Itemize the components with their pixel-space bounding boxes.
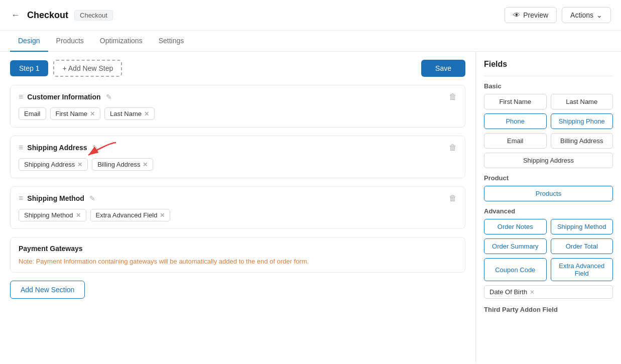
basic-label: Basic <box>484 82 613 90</box>
step-1-button[interactable]: Step 1 <box>10 60 48 76</box>
field-tag-date-of-birth: Date Of Birth ✕ <box>484 285 613 299</box>
tab-settings[interactable]: Settings <box>151 31 192 52</box>
field-shipping-address: Shipping Address ✕ <box>19 158 88 171</box>
field-btn-email[interactable]: Email <box>484 133 547 149</box>
edit-icon[interactable]: ✎ <box>106 93 112 101</box>
tab-design[interactable]: Design <box>10 31 48 52</box>
step-bar: Step 1 + Add New Step Save <box>10 60 465 77</box>
field-btn-coupon-code[interactable]: Coupon Code <box>484 258 547 281</box>
header: ← Checkout Checkout 👁 Preview Actions ⌄ <box>0 0 621 31</box>
field-btn-shipping-method-panel[interactable]: Shipping Method <box>551 219 613 234</box>
remove-extra-advanced[interactable]: ✕ <box>160 212 165 219</box>
remove-last-name[interactable]: ✕ <box>144 110 149 117</box>
preview-button[interactable]: 👁 Preview <box>505 7 557 23</box>
field-btn-last-name[interactable]: Last Name <box>551 94 613 109</box>
remove-billing-address[interactable]: ✕ <box>143 161 148 168</box>
field-btn-order-notes[interactable]: Order Notes <box>484 219 547 234</box>
remove-shipping-address[interactable]: ✕ <box>77 161 82 168</box>
page-title: Checkout <box>27 10 68 21</box>
basic-fields-grid: First Name Last Name Phone Shipping Phon… <box>484 94 613 168</box>
section-title: Shipping Method <box>27 194 84 202</box>
field-shipping-method: Shipping Method ✕ <box>19 209 86 221</box>
field-btn-products[interactable]: Products <box>484 186 613 201</box>
third-party-label: Third Party Addon Field <box>484 306 613 313</box>
header-badge: Checkout <box>74 10 113 21</box>
section-fields: Shipping Address ✕ Billing Address ✕ <box>19 158 457 171</box>
section-fields: Shipping Method ✕ Extra Advanced Field ✕ <box>19 209 457 221</box>
save-button[interactable]: Save <box>421 60 465 77</box>
delete-icon[interactable]: 🗑 <box>449 194 457 203</box>
remove-date-of-birth[interactable]: ✕ <box>530 289 535 296</box>
edit-icon[interactable]: ✎ <box>89 194 95 202</box>
payment-title: Payment Gateways <box>19 245 457 253</box>
fields-panel-title: Fields <box>484 60 613 69</box>
remove-first-name[interactable]: ✕ <box>90 110 95 117</box>
field-extra-advanced: Extra Advanced Field ✕ <box>90 209 171 221</box>
section-header: ≡ Customer Information ✎ 🗑 <box>19 92 457 101</box>
chevron-down-icon: ⌄ <box>596 11 602 19</box>
left-panel: Step 1 + Add New Step Save ≡ Customer In… <box>0 52 475 363</box>
delete-icon[interactable]: 🗑 <box>449 92 457 101</box>
field-btn-phone[interactable]: Phone <box>484 113 547 129</box>
field-btn-billing-address[interactable]: Billing Address <box>551 133 613 149</box>
field-first-name: First Name ✕ <box>50 107 101 120</box>
drag-icon[interactable]: ≡ <box>19 194 23 203</box>
back-button[interactable]: ← <box>10 10 21 21</box>
eye-icon: 👁 <box>513 11 520 19</box>
date-of-birth-container: Date Of Birth ✕ <box>484 285 613 299</box>
section-title: Customer Information <box>27 93 100 101</box>
field-btn-shipping-phone[interactable]: Shipping Phone <box>551 113 613 129</box>
advanced-fields-grid: Order Notes Shipping Method Order Summar… <box>484 219 613 281</box>
section-title: Shipping Address <box>27 144 87 152</box>
divider <box>484 76 613 76</box>
tabs: Design Products Optimizations Settings <box>0 31 621 52</box>
product-label: Product <box>484 174 613 182</box>
tab-optimizations[interactable]: Optimizations <box>92 31 151 52</box>
edit-icon[interactable]: ✎ <box>92 144 98 152</box>
field-btn-extra-advanced-panel[interactable]: Extra Advanced Field <box>551 258 613 281</box>
tab-products[interactable]: Products <box>48 31 92 52</box>
main-content: Step 1 + Add New Step Save ≡ Customer In… <box>0 52 621 363</box>
field-email: Email <box>19 107 46 120</box>
section-header: ≡ Shipping Address ✎ 🗑 <box>19 143 457 152</box>
add-step-button[interactable]: + Add New Step <box>53 60 122 77</box>
advanced-label: Advanced <box>484 207 613 215</box>
product-fields-grid: Products <box>484 186 613 201</box>
payment-gateways-section: Payment Gateways Note: Payment Informati… <box>10 237 465 273</box>
drag-icon[interactable]: ≡ <box>19 92 23 101</box>
section-customer-information: ≡ Customer Information ✎ 🗑 Email First N… <box>10 85 465 128</box>
remove-shipping-method[interactable]: ✕ <box>76 212 81 219</box>
section-fields: Email First Name ✕ Last Name ✕ <box>19 107 457 120</box>
add-section-button[interactable]: Add New Section <box>10 281 85 299</box>
drag-icon[interactable]: ≡ <box>19 143 23 152</box>
field-last-name: Last Name ✕ <box>104 107 155 120</box>
field-btn-first-name[interactable]: First Name <box>484 94 547 109</box>
actions-button[interactable]: Actions ⌄ <box>562 7 611 23</box>
section-shipping-method: ≡ Shipping Method ✎ 🗑 Shipping Method ✕ … <box>10 186 465 229</box>
field-btn-order-summary[interactable]: Order Summary <box>484 238 547 254</box>
field-btn-shipping-address[interactable]: Shipping Address <box>484 153 613 168</box>
field-billing-address: Billing Address ✕ <box>92 158 153 171</box>
delete-icon[interactable]: 🗑 <box>449 143 457 152</box>
header-actions: 👁 Preview Actions ⌄ <box>505 7 611 23</box>
section-shipping-address: ≡ Shipping Address ✎ 🗑 Shipping Address <box>10 136 465 178</box>
payment-note: Note: Payment Information containing gat… <box>19 258 457 265</box>
field-btn-order-total[interactable]: Order Total <box>551 238 613 254</box>
right-panel: Fields Basic First Name Last Name Phone … <box>475 52 621 363</box>
section-header: ≡ Shipping Method ✎ 🗑 <box>19 194 457 203</box>
